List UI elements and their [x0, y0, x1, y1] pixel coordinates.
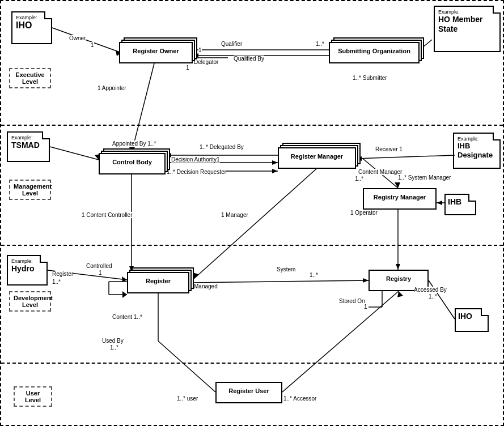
label-delegator: Delegator — [194, 59, 218, 65]
mult-used-by: 1..* — [110, 344, 118, 351]
control-body-box: Control Body — [99, 153, 166, 174]
svg-line-0 — [52, 28, 121, 53]
registry-manager-box: Registry Manager — [363, 188, 437, 210]
mult-register: 1..* — [52, 279, 61, 285]
mult-controlled: 1 — [99, 270, 102, 276]
label-stored-on: Stored On — [339, 298, 365, 304]
register-manager-box: Register Manager — [278, 147, 356, 169]
label-accessed-by: Accessed By — [414, 287, 447, 293]
label-appointer: 1 Appointer — [98, 85, 126, 91]
svg-line-27 — [194, 169, 316, 279]
label-manager: 1 Manager — [221, 212, 248, 218]
note-ho-member-state: Example: HO Member State — [434, 6, 501, 52]
svg-marker-30 — [122, 276, 127, 282]
mult-system: 1..* — [310, 272, 318, 278]
label-appointed-by: Appointed By 1..* — [112, 140, 156, 147]
svg-marker-22 — [437, 201, 442, 205]
note-ihb: IHB — [444, 194, 476, 215]
mult-qualifier-from: 1 — [198, 47, 202, 53]
note-iho: Example: IHO — [11, 11, 52, 44]
main-diagram: Executive Level ManagementLevel Developm… — [0, 0, 504, 426]
label-owner: Owner — [69, 35, 86, 41]
mult-qualifier-to: 1..* — [316, 41, 324, 47]
control-body-stack: Control Body — [99, 153, 166, 174]
submitting-org-box: Submitting Organization — [329, 42, 420, 63]
label-system-manager: 1..* System Manager — [398, 174, 451, 181]
svg-marker-24 — [396, 264, 400, 270]
label-receiver: Receiver 1 — [375, 146, 403, 152]
label-register: Register — [52, 271, 73, 277]
svg-line-19 — [356, 155, 455, 159]
register-user-box: Register User — [215, 382, 282, 403]
register-box: Register — [127, 272, 189, 293]
label-submitter: 1..* Submitter — [353, 75, 387, 81]
svg-line-7 — [132, 63, 154, 153]
register-manager-stack: Register Manager — [278, 147, 356, 169]
note-hydro: Example: Hydro — [7, 255, 48, 286]
user-level-label: UserLevel — [14, 386, 52, 407]
label-accessor: 1..* Accessor — [283, 395, 316, 402]
svg-marker-43 — [397, 291, 403, 297]
register-owner-stack: Register Owner — [119, 42, 193, 63]
svg-marker-39 — [122, 291, 127, 298]
level-divider-1 — [1, 125, 503, 126]
label-used-by: Used By — [102, 338, 124, 344]
svg-line-31 — [189, 280, 369, 283]
mgmt-level-label: ManagementLevel — [9, 180, 51, 200]
svg-marker-32 — [363, 278, 369, 283]
label-controlled: Controlled — [86, 263, 112, 269]
label-decision-req: 1..* Decision Requester — [167, 169, 226, 175]
label-content-manager: Content Manager — [358, 169, 402, 175]
register-owner-box: Register Owner — [119, 42, 193, 63]
note-ihb-designate: Example: IHB Designate — [453, 133, 501, 169]
mult-content-manager: 1..* — [355, 176, 363, 182]
label-content-controller: 1 Content Controller — [82, 212, 133, 218]
mult-stored-on: 1 — [364, 304, 367, 310]
label-managed: Managed — [194, 283, 218, 289]
level-divider-2 — [1, 245, 503, 246]
label-system: System — [277, 266, 295, 272]
level-divider-3 — [1, 363, 503, 364]
label-delegated-by: 1..* Delegated By — [200, 144, 244, 150]
submitting-org-stack: Submitting Organization — [329, 42, 420, 63]
mult-delegator: 1 — [186, 65, 189, 71]
svg-line-42 — [282, 291, 399, 392]
svg-line-41 — [158, 341, 215, 392]
exec-level-label: Executive Level — [9, 68, 51, 88]
mult-owner: 1 — [91, 42, 94, 48]
label-qualified-by: Qualified By — [234, 56, 264, 62]
label-qualifier: Qualifier — [221, 41, 242, 47]
svg-line-15 — [50, 147, 99, 160]
note-tsmad: Example: TSMAD — [7, 131, 50, 162]
note-iho-dev: IHO — [455, 308, 489, 332]
label-content: Content 1..* — [112, 314, 142, 320]
svg-marker-18 — [395, 182, 400, 188]
dev-level-label: DevelopmentLevel — [9, 291, 51, 312]
svg-marker-10 — [272, 160, 278, 165]
mult-accessed-by: 1..* — [429, 293, 437, 300]
register-stack: Register — [127, 272, 189, 293]
label-operator: 1 Operator — [350, 210, 378, 216]
label-decision-auth: Decision Authority1 — [171, 156, 220, 163]
svg-marker-12 — [272, 169, 278, 173]
label-user: 1..* user — [177, 395, 198, 402]
